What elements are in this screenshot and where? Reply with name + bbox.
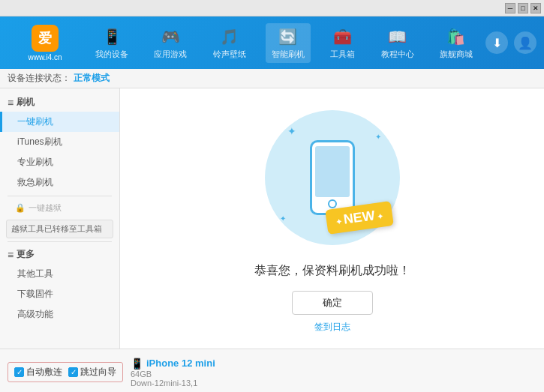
nav-flagship-label: 旗舰商城 [440, 49, 473, 60]
auto-connect-checkbox[interactable]: 自动敷连 [14, 366, 62, 379]
nav-app-game-label: 应用游戏 [154, 49, 187, 60]
nav-smart-flash[interactable]: 🔄 智能刷机 [266, 23, 311, 63]
nav-toolbox[interactable]: 🧰 工具箱 [324, 23, 361, 63]
star-1: ✦ [287, 125, 296, 137]
main-layout: ≡ 刷机 一键刷机 iTunes刷机 专业刷机 救急刷机 🔒 一键越狱 [0, 88, 544, 349]
sidebar-item-other-tools[interactable]: 其他工具 [0, 264, 119, 284]
sidebar-item-one-key-flash[interactable]: 一键刷机 [0, 112, 119, 132]
section-flash-label: 刷机 [17, 96, 35, 109]
nav-flagship[interactable]: 🛍️ 旗舰商城 [434, 23, 479, 63]
phone-mini-icon: 📱 [131, 358, 143, 370]
phone-shape [310, 140, 355, 215]
daily-link[interactable]: 签到日志 [314, 321, 350, 334]
sidebar-item-download-firmware[interactable]: 下载固件 [0, 284, 119, 304]
flagship-icon: 🛍️ [446, 26, 467, 47]
nav-app-game[interactable]: 🎮 应用游戏 [148, 23, 193, 63]
star-2: ✦ [375, 133, 381, 141]
ringtone-icon: 🎵 [219, 26, 240, 47]
status-mode: 正常模式 [74, 72, 110, 85]
header-right: ⬇ 👤 [485, 31, 536, 54]
download-button[interactable]: ⬇ [485, 31, 508, 54]
device-name: 📱 iPhone 12 mini [131, 358, 215, 370]
device-storage: 64GB [131, 370, 215, 379]
sidebar-item-save-flash[interactable]: 救急刷机 [0, 172, 119, 193]
checkbox-area: 自动敷连 跳过向导 [8, 362, 123, 382]
phone-circle: ✦ ✦ ✦ NEW [265, 110, 400, 245]
nav-tutorial-label: 教程中心 [381, 49, 414, 60]
device-info: 📱 iPhone 12 mini 64GB Down-12mini-13,1 [131, 358, 215, 388]
skip-wizard-checkbox[interactable]: 跳过向导 [68, 366, 116, 379]
phone-home-button [328, 199, 337, 208]
jailbreak-notice: 越狱工具已转移至工具箱 [6, 220, 113, 238]
device-firmware: Down-12mini-13,1 [131, 379, 215, 388]
section-more-icon: ≡ [8, 249, 14, 261]
minimize-button[interactable]: ─ [505, 3, 515, 13]
logo-area: 爱 www.i4.cn [8, 25, 83, 61]
sidebar-item-pro-flash[interactable]: 专业刷机 [0, 152, 119, 172]
sidebar-section-jailbreak: 🔒 一键越狱 越狱工具已转移至工具箱 [0, 199, 119, 238]
maximize-button[interactable]: □ [518, 3, 528, 13]
success-text: 恭喜您，保资料刷机成功啦！ [254, 263, 410, 279]
nav-ringtone[interactable]: 🎵 铃声壁纸 [207, 23, 252, 63]
nav-my-device-label: 我的设备 [95, 49, 128, 60]
logo-icon: 爱 [32, 25, 59, 52]
close-button[interactable]: ✕ [530, 3, 541, 13]
skip-wizard-check-icon [68, 367, 78, 377]
content-area: ✦ ✦ ✦ NEW 恭喜您，保资料刷机成功啦！ 确定 签到日志 [120, 88, 544, 349]
toolbox-icon: 🧰 [332, 26, 353, 47]
header: 爱 www.i4.cn 📱 我的设备 🎮 应用游戏 🎵 铃声壁纸 🔄 智能刷机 … [0, 16, 544, 69]
lock-icon: 🔒 [15, 203, 26, 213]
nav-smart-flash-label: 智能刷机 [272, 49, 305, 60]
smart-flash-icon: 🔄 [278, 26, 299, 47]
confirm-button[interactable]: 确定 [292, 291, 373, 315]
section-flash-icon: ≡ [8, 97, 14, 109]
status-label: 设备连接状态： [8, 72, 71, 85]
nav-toolbox-label: 工具箱 [330, 49, 355, 60]
title-bar: ─ □ ✕ [0, 0, 544, 16]
sidebar-item-advanced[interactable]: 高级功能 [0, 304, 119, 325]
divider-2 [8, 241, 112, 242]
sidebar-section-flash-title: ≡ 刷机 [0, 93, 119, 112]
sidebar-jailbreak-title: 🔒 一键越狱 [0, 199, 119, 217]
tutorial-icon: 📖 [387, 26, 408, 47]
sidebar-section-more: ≡ 更多 其他工具 下载固件 高级功能 [0, 245, 119, 325]
sidebar-item-itunes-flash[interactable]: iTunes刷机 [0, 132, 119, 152]
divider-1 [8, 196, 112, 196]
my-device-icon: 📱 [101, 26, 122, 47]
sidebar: ≡ 刷机 一键刷机 iTunes刷机 专业刷机 救急刷机 🔒 一键越狱 [0, 88, 120, 349]
phone-screen [315, 146, 350, 197]
nav-tutorial[interactable]: 📖 教程中心 [375, 23, 420, 63]
nav-ringtone-label: 铃声壁纸 [213, 49, 246, 60]
device-bar: 自动敷连 跳过向导 📱 iPhone 12 mini 64GB Down-12m… [0, 349, 544, 392]
sidebar-section-flash: ≡ 刷机 一键刷机 iTunes刷机 专业刷机 救急刷机 [0, 93, 119, 193]
window-controls[interactable]: ─ □ ✕ [505, 3, 541, 13]
auto-connect-check-icon [14, 367, 24, 377]
star-3: ✦ [280, 214, 286, 223]
success-illustration: ✦ ✦ ✦ NEW [257, 103, 407, 251]
nav-bar: 📱 我的设备 🎮 应用游戏 🎵 铃声壁纸 🔄 智能刷机 🧰 工具箱 📖 教程中心… [83, 23, 485, 63]
sidebar-section-more-title: ≡ 更多 [0, 245, 119, 264]
app-game-icon: 🎮 [160, 26, 181, 47]
nav-my-device[interactable]: 📱 我的设备 [89, 23, 134, 63]
user-button[interactable]: 👤 [514, 31, 536, 54]
logo-url: www.i4.cn [28, 53, 62, 61]
status-bar: 设备连接状态： 正常模式 [0, 69, 544, 88]
